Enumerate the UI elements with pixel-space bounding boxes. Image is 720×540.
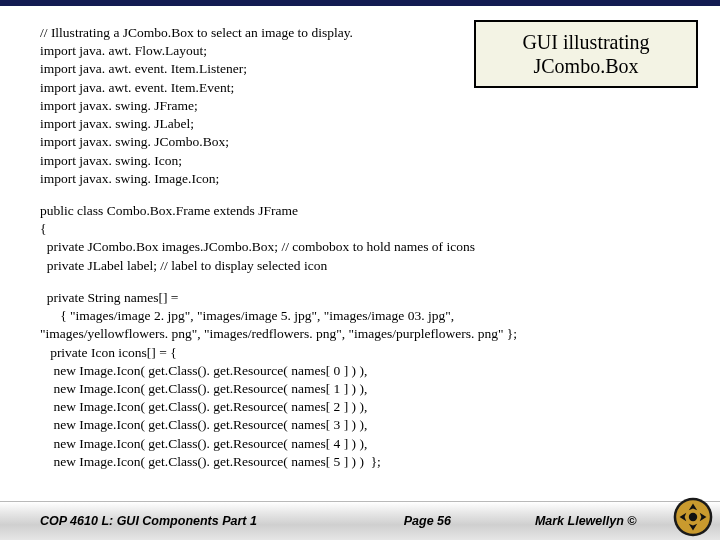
spacer <box>40 188 700 202</box>
slide: GUI illustrating JCombo.Box // Illustrat… <box>0 0 720 540</box>
slide-body: // Illustrating a JCombo.Box to select a… <box>40 24 700 490</box>
code-fields: private String names[] = { "images/image… <box>40 289 700 471</box>
spacer <box>40 275 700 289</box>
code-imports: // Illustrating a JCombo.Box to select a… <box>40 24 700 188</box>
svg-point-2 <box>689 513 697 521</box>
footer-center: Page 56 <box>328 514 527 528</box>
code-classdecl: public class Combo.Box.Frame extends JFr… <box>40 202 700 275</box>
logo-icon <box>672 496 714 538</box>
footer: COP 4610 L: GUI Components Part 1 Page 5… <box>0 501 720 540</box>
footer-left: COP 4610 L: GUI Components Part 1 <box>0 514 328 528</box>
